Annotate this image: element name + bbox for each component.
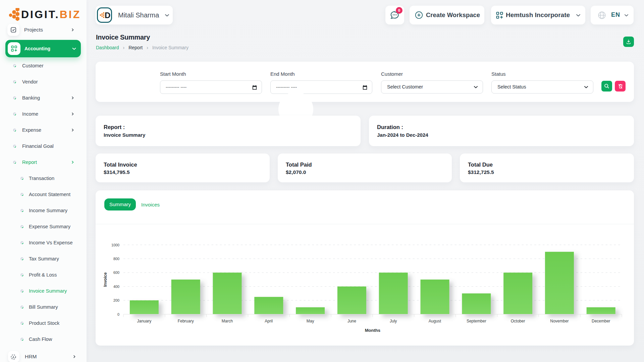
svg-text:March: March bbox=[222, 319, 233, 323]
svg-text:November: November bbox=[550, 319, 569, 323]
svg-text:Months: Months bbox=[365, 328, 380, 333]
svg-text:800: 800 bbox=[113, 257, 119, 261]
svg-text:D: D bbox=[105, 11, 110, 19]
svg-text:600: 600 bbox=[113, 270, 119, 275]
svg-text:200: 200 bbox=[113, 298, 119, 302]
svg-text:July: July bbox=[390, 319, 397, 323]
svg-text:May: May bbox=[307, 319, 314, 323]
svg-text:October: October bbox=[511, 319, 525, 323]
svg-text:0: 0 bbox=[117, 312, 119, 316]
svg-text:April: April bbox=[265, 319, 273, 323]
svg-text:1000: 1000 bbox=[111, 243, 119, 247]
svg-text:December: December bbox=[592, 319, 610, 323]
svg-text:September: September bbox=[467, 319, 486, 323]
svg-text:February: February bbox=[178, 319, 194, 323]
svg-text:June: June bbox=[347, 319, 356, 323]
svg-text:Invoice: Invoice bbox=[103, 272, 108, 287]
svg-text:January: January bbox=[137, 319, 152, 323]
svg-text:400: 400 bbox=[113, 285, 119, 289]
svg-text:August: August bbox=[429, 319, 441, 323]
